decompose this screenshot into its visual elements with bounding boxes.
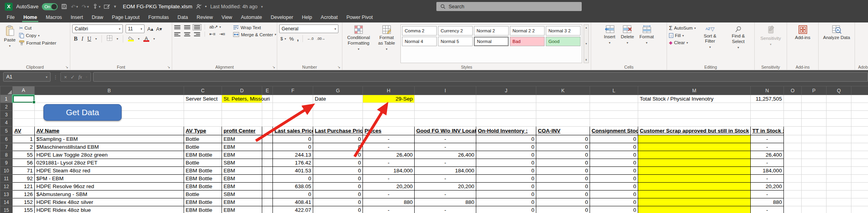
cell-I10[interactable]: 184,000 [415,167,476,175]
cell-I4[interactable] [415,119,476,127]
cell-O5[interactable] [784,127,802,135]
cell-Q13[interactable] [827,191,851,198]
row-header-13[interactable]: 13 [0,191,13,198]
name-box[interactable]: A1 ▾ [3,72,51,82]
cell-N11[interactable]: - [751,175,784,183]
column-header-N[interactable]: N [751,86,784,95]
find-select-button[interactable]: Find & Select ▾ [724,25,752,63]
cell-P6[interactable] [802,135,827,143]
cell-B13[interactable]: $Abmusterung - SBM [35,191,184,198]
sort-filter-button[interactable]: AZ▽ Sort & Filter ▾ [697,25,723,63]
row-header-11[interactable]: 11 [0,175,13,183]
font-color-button[interactable]: A [143,36,149,42]
tab-draw[interactable]: Draw [87,13,107,22]
cell-A2[interactable] [13,103,35,111]
align-left-button[interactable] [174,32,180,36]
last-modified-label[interactable]: Last Modified: 4h ago [210,4,257,9]
row-header-9[interactable]: 9 [0,159,13,167]
cell-D14[interactable]: EBM [222,198,262,206]
cell-N14[interactable]: 880 [751,198,784,206]
style-normal-5[interactable]: Normal 5 [438,37,473,46]
style-normal-2-2[interactable]: Normal 2 2 [510,26,545,36]
percent-style-button[interactable]: % [289,36,294,42]
column-header-I[interactable]: I [415,86,476,95]
cell-O3[interactable] [784,111,802,119]
cell-H7[interactable]: - [363,143,415,151]
cell-G1[interactable]: Date [313,95,363,103]
style-bad[interactable]: Bad [510,37,545,46]
grow-font-button[interactable]: A▴ [147,26,153,32]
cell-J4[interactable] [476,119,536,127]
style-gallery-scroll[interactable]: ▴ ▾ ⇟ [584,24,589,63]
cut-button[interactable]: ✂Cut [19,25,56,31]
document-title[interactable]: EOM FG-PKG Template.xlsm [123,4,192,9]
tab-help[interactable]: Help [297,13,316,22]
cell-F4[interactable] [273,119,313,127]
cell-M15[interactable] [638,206,751,213]
cell-N6[interactable]: - [751,135,784,143]
cell-L15[interactable]: 0 [590,206,638,213]
copy-button[interactable]: Copy ▾ [19,33,56,38]
cell-K5[interactable]: COA-INV [536,127,590,135]
cell-O14[interactable] [784,198,802,206]
cell-A6[interactable]: 1 [13,135,35,143]
row-header-5[interactable]: 5 [0,127,13,135]
cell-A13[interactable]: 126 [13,191,35,198]
cell-L7[interactable]: 0 [590,143,638,151]
cell-H8[interactable]: 26,400 [363,151,415,159]
gallery-up-icon[interactable]: ▴ [586,26,587,29]
cell-J1[interactable] [476,95,536,103]
cell-D5[interactable]: profit Center [222,127,262,135]
tab-formulas[interactable]: Formulas [144,13,173,22]
cell-A1[interactable] [13,95,35,103]
cell-C9[interactable]: Bottle [184,159,222,167]
cell-Q1[interactable] [827,95,851,103]
cell-H15[interactable]: - [363,206,415,213]
style-normal[interactable]: Normal [474,37,509,46]
cell-F1[interactable] [273,95,313,103]
cell-E6[interactable] [262,135,273,143]
cell-E4[interactable] [262,119,273,127]
cell-Q15[interactable] [827,206,851,213]
cell-N5[interactable]: TT in Stock : [751,127,784,135]
cell-C12[interactable]: EBM Bottle [184,183,222,191]
cell-A3[interactable] [13,111,35,119]
cell-J3[interactable] [476,111,536,119]
tab-home[interactable]: Home [19,13,41,22]
cell-P2[interactable] [802,103,827,111]
cell-D11[interactable]: EBM [222,175,262,183]
cell-H11[interactable]: - [363,175,415,183]
cell-M2[interactable] [638,103,751,111]
cell-O1[interactable] [784,95,802,103]
addins-button[interactable]: Add-ins [793,24,812,63]
cell-P15[interactable] [802,206,827,213]
cell-O7[interactable] [784,143,802,151]
cell-M10[interactable] [638,167,751,175]
cell-P1[interactable] [802,95,827,103]
qat-overflow-icon[interactable]: ▾ [114,4,116,9]
cell-L11[interactable]: 0 [590,175,638,183]
row-header-2[interactable]: 2 [0,103,13,111]
cell-M12[interactable] [638,183,751,191]
cell-N2[interactable] [751,103,784,111]
decrease-decimal-button[interactable]: .00→ [317,37,325,41]
cell-I1[interactable] [415,95,476,103]
ink-button[interactable] [104,4,110,9]
cell-A4[interactable] [13,119,35,127]
cell-D2[interactable] [222,103,262,111]
insert-function-icon[interactable]: fx [79,74,82,80]
cell-K6[interactable]: 0 [536,135,590,143]
cell-Q7[interactable] [827,143,851,151]
redo-button[interactable]: ↷▾ [82,4,89,10]
analyze-data-button[interactable]: Analyze Data [821,24,852,63]
row-header-14[interactable]: 14 [0,198,13,206]
cell-D4[interactable] [222,119,262,127]
cell-F8[interactable]: 244.13 [273,151,313,159]
row-header-1[interactable]: 1 [0,95,13,103]
cell-O11[interactable] [784,175,802,183]
cell-J10[interactable]: 0 [476,167,536,175]
touch-mode-button[interactable]: ▾ [92,4,101,9]
cell-B12[interactable]: HDPE Resolve 96oz red [35,183,184,191]
cell-A10[interactable]: 71 [13,167,35,175]
increase-decimal-button[interactable]: ←.0 [307,37,314,41]
